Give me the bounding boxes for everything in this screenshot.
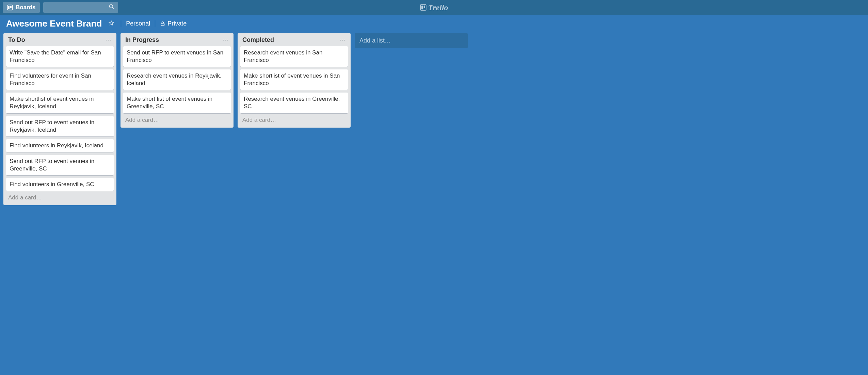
card[interactable]: Make short list of event venues in Green…	[123, 93, 231, 113]
svg-rect-2	[10, 6, 12, 8]
list: To Do⋯Write "Save the Date" email for Sa…	[3, 33, 116, 205]
svg-rect-5	[420, 5, 426, 11]
card[interactable]: Send out RFP to event venues in San Fran…	[123, 46, 231, 67]
trello-logo-text: Trello	[428, 3, 448, 12]
list-header: In Progress⋯	[123, 36, 231, 46]
list-header: To Do⋯	[6, 36, 114, 46]
add-list-button[interactable]: Add a list…	[355, 33, 468, 48]
add-card-button[interactable]: Add a card…	[240, 113, 348, 124]
card-list: Send out RFP to event venues in San Fran…	[123, 46, 231, 113]
board-header: Awesome Event Brand Personal Private	[0, 15, 868, 31]
list-title[interactable]: To Do	[8, 36, 25, 44]
card-list: Research event venues in San FranciscoMa…	[240, 46, 348, 113]
card[interactable]: Make shortlist of event venues in Reykja…	[6, 93, 114, 113]
star-icon	[108, 20, 114, 28]
list-title[interactable]: In Progress	[125, 36, 159, 44]
add-card-button[interactable]: Add a card…	[123, 113, 231, 124]
list-menu-button[interactable]: ⋯	[339, 38, 346, 42]
card[interactable]: Find volunteers for event in San Francis…	[6, 69, 114, 90]
lock-icon	[160, 21, 165, 27]
visibility-button[interactable]: Private	[160, 20, 187, 27]
personal-link[interactable]: Personal	[126, 20, 150, 27]
personal-label: Personal	[126, 20, 150, 27]
card[interactable]: Research event venues in San Francisco	[240, 46, 348, 67]
list: In Progress⋯Send out RFP to event venues…	[120, 33, 234, 128]
divider	[155, 20, 155, 27]
card[interactable]: Find volunteers in Reykjavik, Iceland	[6, 139, 114, 152]
card[interactable]: Send out RFP to event venues in Greenvil…	[6, 155, 114, 175]
svg-rect-0	[7, 5, 13, 10]
svg-rect-1	[8, 6, 10, 9]
svg-rect-7	[424, 6, 425, 8]
trello-logo-icon	[420, 4, 427, 11]
boards-label: Boards	[16, 4, 36, 11]
list-header: Completed⋯	[240, 36, 348, 46]
card[interactable]: Research event venues in Reykjavik, Icel…	[123, 69, 231, 90]
divider	[121, 20, 121, 27]
trello-logo[interactable]: Trello	[420, 3, 448, 12]
card-list: Write "Save the Date" email for San Fran…	[6, 46, 114, 191]
card[interactable]: Write "Save the Date" email for San Fran…	[6, 46, 114, 67]
boards-button[interactable]: Boards	[3, 2, 40, 13]
svg-rect-8	[161, 23, 164, 26]
list: Completed⋯Research event venues in San F…	[238, 33, 351, 128]
search-input[interactable]	[43, 2, 118, 13]
svg-rect-6	[421, 6, 423, 10]
top-bar: Boards Trello	[0, 0, 868, 15]
card[interactable]: Research event venues in Greenville, SC	[240, 93, 348, 113]
list-menu-button[interactable]: ⋯	[222, 38, 229, 42]
svg-line-4	[112, 7, 114, 9]
card[interactable]: Find volunteers in Greenville, SC	[6, 178, 114, 191]
card[interactable]: Make shortlist of event venues in San Fr…	[240, 69, 348, 90]
star-button[interactable]	[107, 19, 116, 29]
visibility-label: Private	[167, 20, 187, 27]
list-menu-button[interactable]: ⋯	[105, 38, 112, 42]
board-title[interactable]: Awesome Event Brand	[6, 18, 102, 29]
list-title[interactable]: Completed	[242, 36, 274, 44]
board-canvas: To Do⋯Write "Save the Date" email for Sa…	[0, 31, 868, 373]
add-card-button[interactable]: Add a card…	[6, 191, 114, 201]
boards-icon	[7, 4, 13, 11]
card[interactable]: Send out RFP to event venues in Reykjavi…	[6, 116, 114, 136]
search-icon	[109, 4, 115, 11]
